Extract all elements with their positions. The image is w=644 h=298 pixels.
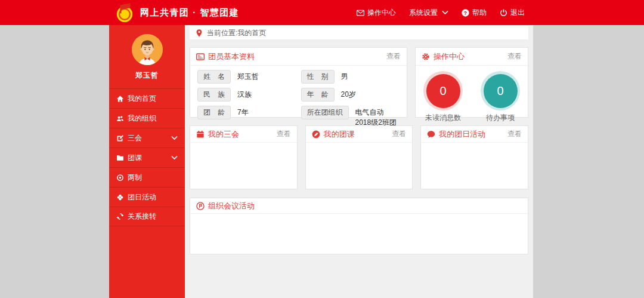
- chevron-down-icon: [442, 10, 448, 15]
- field-value: 郑玉哲: [237, 70, 259, 82]
- card-title-wrap: 我的团课: [312, 129, 355, 140]
- card-title: 操作中心: [434, 51, 465, 62]
- sidebar-item-liangzhi[interactable]: 两制: [109, 167, 185, 187]
- unread-count-circle[interactable]: 0: [426, 74, 460, 108]
- card-title-wrap: 团员基本资料: [196, 51, 255, 62]
- help-icon: ?: [462, 9, 469, 17]
- org-meetings-card: 组织会议活动: [190, 198, 528, 254]
- view-link[interactable]: 查看: [277, 129, 291, 139]
- menu-logout[interactable]: 退出: [500, 8, 525, 18]
- todo-count-circle[interactable]: 0: [484, 74, 518, 108]
- sidebar-item-home[interactable]: 我的首页: [109, 88, 185, 108]
- sidebar-item-label: 团课: [128, 153, 142, 163]
- field-label: 性 别: [301, 70, 335, 84]
- card-title: 组织会议活动: [208, 201, 255, 211]
- view-link[interactable]: 查看: [507, 51, 522, 62]
- field-value: 汉族: [237, 88, 252, 100]
- card-title: 团员基本资料: [208, 51, 255, 62]
- chat-icon: [427, 130, 435, 139]
- top-header: 网上共青团 · 智慧团建 操作中心 系统设置 ? 帮助: [0, 0, 644, 25]
- sidebar: 郑玉哲 我的首页 我的组织 三会: [109, 25, 185, 298]
- pen-icon: [312, 130, 320, 139]
- field-label: 民 族: [197, 88, 231, 102]
- avatar: [132, 34, 163, 65]
- sidebar-item-sanhui[interactable]: 三会: [109, 128, 185, 148]
- menu-system-settings[interactable]: 系统设置: [409, 8, 448, 18]
- field-label: 姓 名: [197, 70, 231, 84]
- card-header: 我的团课 查看: [306, 126, 413, 143]
- breadcrumb: 当前位置:我的首页: [190, 26, 528, 39]
- field-label: 团 龄: [197, 106, 231, 119]
- sidebar-item-label: 两制: [128, 173, 142, 183]
- my-sanhui-card: 我的三会 查看: [190, 125, 298, 189]
- stat-unread-messages: 0 未读消息数: [423, 71, 463, 123]
- view-link[interactable]: 查看: [386, 51, 401, 62]
- stat-label: 待办事项: [481, 113, 520, 123]
- home-icon: [116, 95, 124, 103]
- view-link[interactable]: 查看: [392, 129, 406, 139]
- meeting-icon: [196, 202, 205, 210]
- users-icon: [116, 115, 124, 122]
- card-title-wrap: 我的三会: [196, 129, 239, 140]
- field-gender: 性 别 男: [301, 70, 400, 84]
- profile: 郑玉哲: [109, 25, 185, 81]
- app-title: 网上共青团 · 智慧团建: [140, 7, 239, 19]
- field-name: 姓 名 郑玉哲: [197, 70, 296, 84]
- sidebar-menu: 我的首页 我的组织 三会 团课: [109, 88, 185, 226]
- card-title: 我的团课: [324, 129, 355, 140]
- calendar-icon: [196, 130, 205, 139]
- folder-icon: [116, 154, 124, 162]
- field-label: 所在团组织: [301, 106, 349, 119]
- main-content: 当前位置:我的首页 团员基本资料 查看 姓 名 郑玉哲: [185, 25, 533, 298]
- menu-label: 操作中心: [367, 8, 396, 18]
- chevron-down-icon: [171, 155, 178, 160]
- username: 郑玉哲: [109, 70, 185, 81]
- ops-stats: 0 未读消息数 0 待办事项: [416, 66, 528, 123]
- menu-label: 系统设置: [409, 8, 438, 18]
- clover-icon: [116, 193, 124, 201]
- card-title: 我的三会: [208, 129, 239, 140]
- sidebar-item-tuanke[interactable]: 团课: [109, 148, 185, 167]
- my-tuanke-card: 我的团课 查看: [305, 125, 413, 189]
- field-value: 男: [341, 70, 348, 82]
- card-header: 我的团日活动 查看: [421, 126, 528, 143]
- stat-halo: 0: [423, 71, 463, 110]
- map-pin-icon: [196, 29, 202, 37]
- power-icon: [500, 9, 507, 17]
- sidebar-item-label: 关系接转: [128, 211, 156, 222]
- field-value: 20岁: [341, 88, 356, 100]
- field-ethnicity: 民 族 汉族: [197, 88, 296, 102]
- view-link[interactable]: 查看: [507, 129, 522, 139]
- card-title-wrap: 组织会议活动: [196, 201, 255, 211]
- menu-help[interactable]: ? 帮助: [462, 8, 487, 18]
- field-value: 7年: [237, 106, 249, 118]
- card-header: 我的三会 查看: [190, 126, 297, 143]
- card-title-wrap: 操作中心: [422, 51, 465, 62]
- transfer-icon: [116, 213, 124, 220]
- edit-icon: [116, 134, 124, 142]
- breadcrumb-label: 当前位置:我的首页: [207, 28, 266, 38]
- my-league-day-card: 我的团日活动 查看: [420, 125, 528, 189]
- id-card-icon: [196, 53, 205, 61]
- menu-operation-center[interactable]: 操作中心: [357, 8, 396, 18]
- menu-label: 帮助: [472, 8, 487, 18]
- sidebar-item-label: 三会: [128, 133, 142, 143]
- sidebar-item-label: 我的首页: [128, 94, 156, 104]
- chevron-down-icon: [171, 136, 178, 140]
- menu-label: 退出: [510, 8, 525, 18]
- operation-center-card: 操作中心 查看 0 未读消息数 0 待办事项: [415, 47, 528, 118]
- sidebar-item-label: 团日活动: [128, 192, 156, 202]
- member-basic-info-card: 团员基本资料 查看 姓 名 郑玉哲 性 别 男 民 族 汉族 年 龄: [190, 47, 407, 118]
- card-title: 我的团日活动: [439, 129, 485, 140]
- top-menu: 操作中心 系统设置 ? 帮助 退出: [357, 0, 525, 25]
- stat-halo: 0: [481, 71, 520, 110]
- sidebar-item-league-day[interactable]: 团日活动: [109, 187, 185, 207]
- card-header: 组织会议活动: [190, 198, 528, 214]
- league-emblem-logo: [114, 2, 135, 23]
- stat-todo-items: 0 待办事项: [481, 71, 520, 123]
- sidebar-item-organization[interactable]: 我的组织: [109, 108, 185, 128]
- sidebar-item-transfer[interactable]: 关系接转: [109, 207, 185, 226]
- card-header: 操作中心 查看: [416, 48, 528, 66]
- stat-label: 未读消息数: [423, 113, 463, 123]
- svg-text:?: ?: [464, 10, 467, 16]
